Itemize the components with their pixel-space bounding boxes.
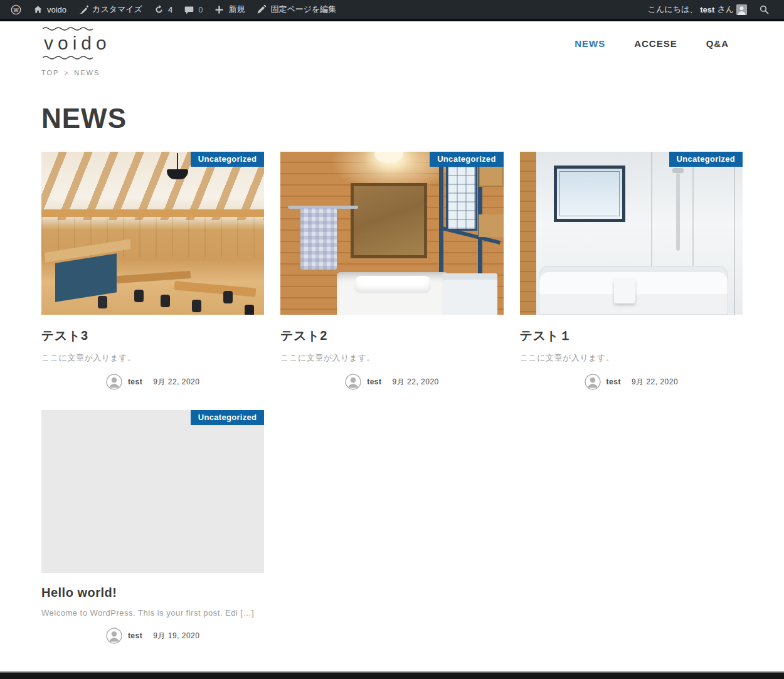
- admin-bar-account[interactable]: こんにちは、 test さん: [648, 4, 747, 15]
- posts-grid: Uncategorized テスト3 ここに文章が入ります。 test 9月 2…: [41, 152, 743, 671]
- admin-bar-edit-page[interactable]: 固定ページを編集: [250, 0, 342, 19]
- logo-wave-top: [43, 26, 93, 31]
- site-footer: copyright 2020 voido: [0, 671, 784, 679]
- post-meta: test 9月 19, 2020: [41, 628, 264, 644]
- site-logo[interactable]: voido: [41, 26, 94, 60]
- pencil-icon: [256, 4, 267, 15]
- wordpress-logo-icon: W: [11, 4, 21, 15]
- author-avatar: [106, 374, 122, 390]
- post-title[interactable]: テスト3: [41, 327, 264, 344]
- admin-bar-customize[interactable]: カスタマイズ: [72, 0, 148, 19]
- post-excerpt: ここに文章が入ります。: [520, 352, 743, 364]
- author-name: test: [607, 377, 621, 386]
- nav-item-qa[interactable]: Q&A: [706, 38, 729, 49]
- post-excerpt: ここに文章が入ります。: [280, 352, 503, 364]
- page-title: NEWS: [41, 103, 743, 134]
- post-card: Uncategorized Hello world! Welcome to Wo…: [41, 410, 264, 644]
- post-meta: test 9月 22, 2020: [520, 374, 743, 390]
- post-excerpt: Welcome to WordPress. This is your first…: [41, 608, 264, 618]
- breadcrumb: TOP > NEWS: [41, 69, 743, 76]
- updates-count: 4: [168, 5, 172, 14]
- post-thumbnail[interactable]: Uncategorized: [41, 152, 264, 315]
- author-name: test: [128, 377, 142, 386]
- post-thumbnail[interactable]: Uncategorized: [280, 152, 503, 315]
- admin-bar-search[interactable]: [753, 0, 775, 19]
- search-icon: [759, 4, 770, 15]
- category-badge[interactable]: Uncategorized: [191, 410, 264, 425]
- account-avatar: [736, 4, 747, 15]
- post-date: 9月 19, 2020: [153, 631, 199, 641]
- author-avatar: [345, 374, 361, 390]
- post-title[interactable]: テスト１: [520, 327, 743, 344]
- comment-bubble-icon: [184, 4, 194, 15]
- svg-text:W: W: [13, 6, 19, 13]
- logo-text: voido: [44, 32, 94, 55]
- post-title[interactable]: テスト2: [280, 327, 503, 344]
- greeting-prefix: こんにちは、: [648, 4, 698, 15]
- category-badge[interactable]: Uncategorized: [430, 152, 503, 167]
- wp-admin-bar: W voido カスタマイズ: [0, 0, 784, 19]
- admin-bar-site-name[interactable]: voido: [27, 0, 72, 19]
- author-avatar: [585, 374, 601, 390]
- post-card: Uncategorized テスト１ ここに文章が入ります。 test 9月 2…: [520, 152, 743, 390]
- author-name: test: [128, 631, 142, 640]
- post-title[interactable]: Hello world!: [41, 586, 264, 600]
- wp-logo-menu[interactable]: W: [5, 0, 27, 19]
- admin-bar-site-label: voido: [47, 5, 66, 14]
- category-badge[interactable]: Uncategorized: [669, 152, 743, 167]
- new-label: 新規: [228, 4, 245, 15]
- breadcrumb-separator: >: [64, 70, 69, 76]
- comments-count: 0: [198, 5, 203, 14]
- breadcrumb-home[interactable]: TOP: [41, 69, 59, 76]
- greeting-suffix: さん: [717, 4, 734, 15]
- post-card: Uncategorized テスト2 ここに文章が入ります。 test 9月 2…: [280, 152, 503, 390]
- admin-bar-new[interactable]: 新規: [208, 0, 250, 19]
- author-avatar: [106, 628, 122, 644]
- update-arrows-icon: [154, 4, 164, 15]
- logo-wave-bottom: [43, 55, 93, 60]
- breadcrumb-current: NEWS: [74, 69, 100, 76]
- post-excerpt: ここに文章が入ります。: [41, 352, 264, 364]
- main-nav: NEWS ACCESE Q&A: [575, 38, 743, 49]
- post-meta: test 9月 22, 2020: [280, 374, 503, 390]
- account-username: test: [700, 5, 714, 14]
- nav-item-accese[interactable]: ACCESE: [634, 38, 677, 49]
- plus-icon: [214, 4, 225, 15]
- post-meta: test 9月 22, 2020: [41, 374, 264, 390]
- admin-bar-comments[interactable]: 0: [178, 0, 208, 19]
- edit-page-label: 固定ページを編集: [270, 4, 336, 15]
- post-thumbnail[interactable]: Uncategorized: [41, 410, 264, 573]
- post-date: 9月 22, 2020: [153, 377, 199, 387]
- post-date: 9月 22, 2020: [393, 377, 439, 387]
- post-date: 9月 22, 2020: [632, 377, 678, 387]
- nav-item-news[interactable]: NEWS: [575, 38, 605, 49]
- customize-label: カスタマイズ: [92, 4, 142, 15]
- home-icon: [33, 4, 43, 15]
- page: W voido カスタマイズ: [0, 0, 784, 679]
- post-thumbnail[interactable]: Uncategorized: [520, 152, 743, 315]
- admin-bar-updates[interactable]: 4: [148, 0, 178, 19]
- footer-copyright: copyright 2020 voido: [0, 673, 784, 679]
- paintbrush-icon: [78, 4, 88, 15]
- category-badge[interactable]: Uncategorized: [191, 152, 264, 167]
- post-card: Uncategorized テスト3 ここに文章が入ります。 test 9月 2…: [41, 152, 264, 390]
- site-header: voido NEWS ACCESE Q&A: [41, 21, 743, 60]
- author-name: test: [367, 377, 381, 386]
